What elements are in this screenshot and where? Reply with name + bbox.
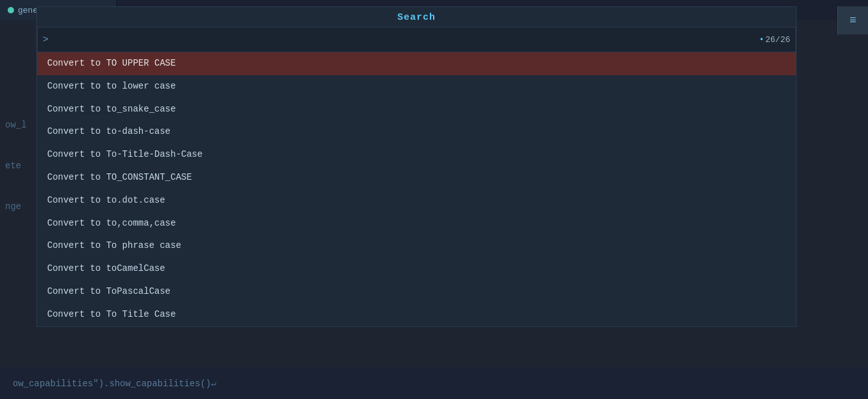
list-item[interactable]: Convert to to-dash-case — [37, 120, 796, 143]
counter-bullet: • — [759, 35, 764, 45]
list-item[interactable]: Convert to to,comma,case — [37, 212, 796, 235]
gutter-line: nge — [0, 196, 36, 218]
right-panel-button[interactable]: ≡ — [837, 6, 868, 34]
list-item[interactable]: Convert to TO_CONSTANT_CASE — [37, 166, 796, 189]
search-counter: •26/26 — [759, 35, 790, 45]
list-item[interactable]: Convert to ToPascalCase — [37, 280, 796, 303]
gutter-line — [0, 230, 36, 236]
gutter-line — [0, 143, 36, 149]
menu-icon: ≡ — [850, 14, 857, 27]
dropdown-list: Convert to TO UPPER CASE Convert to to l… — [37, 52, 796, 326]
search-prompt-icon: > — [43, 34, 48, 45]
search-input-row: > •26/26 — [37, 27, 796, 52]
list-item[interactable]: Convert to TO UPPER CASE — [37, 52, 796, 75]
code-prefix: ow_capabilities").show_capabilities() — [13, 379, 211, 389]
gutter-line — [0, 217, 36, 224]
list-item[interactable]: Convert to toCamelCase — [37, 258, 796, 280]
editor-gutter: ow_l ete nge — [0, 115, 36, 236]
gutter-line — [0, 177, 36, 184]
list-item[interactable]: Convert to to lower case — [37, 75, 796, 98]
list-item[interactable]: Convert to To-Title-Dash-Case — [37, 143, 796, 166]
search-input[interactable] — [52, 34, 754, 45]
search-panel: Search > •26/26 Convert to TO UPPER CASE… — [36, 6, 797, 327]
bottom-editor-line: ow_capabilities").show_capabilities()↵ — [0, 367, 868, 399]
gutter-line — [0, 184, 36, 190]
search-title: Search — [37, 7, 796, 27]
gutter-line — [0, 136, 36, 143]
gutter-line — [0, 190, 36, 196]
gutter-line: ete — [0, 156, 36, 177]
list-item[interactable]: Convert to To phrase case — [37, 235, 796, 258]
gutter-line: ow_l — [0, 115, 36, 136]
list-item[interactable]: Convert to to.dot.case — [37, 189, 796, 212]
gutter-line — [0, 149, 36, 156]
gutter-line — [0, 224, 36, 230]
bottom-code-text: ow_capabilities").show_capabilities()↵ — [13, 378, 216, 389]
tab-dot-icon — [8, 7, 14, 13]
list-item[interactable]: Convert to To Title Case — [37, 303, 796, 326]
list-item[interactable]: Convert to to_snake_case — [37, 98, 796, 121]
code-newline-icon: ↵ — [211, 379, 216, 389]
